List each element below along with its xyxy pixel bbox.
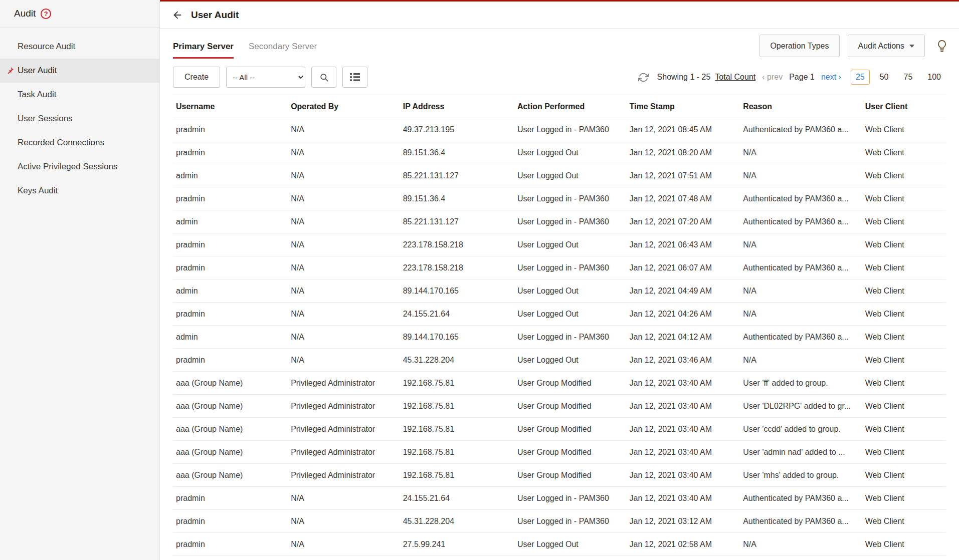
- table-row[interactable]: pradminN/A45.31.228.204User Logged OutJa…: [173, 349, 946, 372]
- table-row[interactable]: adminN/A85.221.131.127User Logged in - P…: [173, 210, 946, 233]
- column-header-action-performed[interactable]: Action Performed: [512, 95, 625, 118]
- table-cell: Jan 12, 2021 04:26 AM: [624, 303, 738, 326]
- table-cell: N/A: [738, 533, 860, 556]
- table-cell: Jan 12, 2021 04:12 AM: [624, 326, 738, 349]
- sidebar-title: Audit: [14, 8, 36, 19]
- page-size-50[interactable]: 50: [875, 70, 894, 85]
- sidebar-item-keys-audit[interactable]: Keys Audit: [0, 179, 159, 203]
- table-row[interactable]: aaa (Group Name)Privileged Administrator…: [173, 464, 946, 487]
- sidebar-item-resource-audit[interactable]: Resource Audit: [0, 35, 159, 59]
- table-cell: admin: [173, 210, 286, 233]
- sidebar-item-user-audit[interactable]: User Audit: [0, 59, 159, 83]
- table-row[interactable]: pradminN/A49.37.213.195User Logged in - …: [173, 118, 946, 141]
- table-row[interactable]: adminN/A89.144.170.165User Logged in - P…: [173, 326, 946, 349]
- create-button[interactable]: Create: [173, 67, 220, 88]
- table-row[interactable]: aaa (Group Name)Privileged Administrator…: [173, 418, 946, 441]
- table-row[interactable]: pradminN/A89.151.36.4User Logged OutJan …: [173, 141, 946, 164]
- table-row[interactable]: pradminN/A45.31.228.204User Logged in - …: [173, 510, 946, 533]
- table-cell: 192.168.75.81: [398, 464, 512, 487]
- page-indicator: Page 1: [789, 73, 815, 82]
- table-cell: N/A: [286, 187, 398, 210]
- table-row[interactable]: aaa (Group Name)Privileged Administrator…: [173, 372, 946, 395]
- table-row[interactable]: adminN/A89.144.170.165User Logged OutJan…: [173, 279, 946, 303]
- table-cell: Web Client: [860, 210, 946, 233]
- column-header-username[interactable]: Username: [173, 95, 286, 118]
- refresh-icon[interactable]: [638, 72, 649, 83]
- table-cell: 89.144.170.165: [398, 279, 512, 303]
- operation-types-button[interactable]: Operation Types: [759, 35, 839, 57]
- table-row[interactable]: adminN/A85.221.131.127User Logged OutJan…: [173, 164, 946, 187]
- sidebar-item-label: User Sessions: [18, 114, 73, 124]
- table-cell: Authenticated by PAM360 a...: [738, 187, 860, 210]
- column-header-time-stamp[interactable]: Time Stamp: [624, 95, 738, 118]
- prev-button[interactable]: ‹ prev: [762, 73, 783, 82]
- table-wrap: UsernameOperated ByIP AddressAction Perf…: [173, 95, 946, 560]
- sidebar-item-recorded-connections[interactable]: Recorded Connections: [0, 131, 159, 155]
- table-cell: Jan 12, 2021 07:51 AM: [624, 164, 738, 187]
- sidebar-item-user-sessions[interactable]: User Sessions: [0, 107, 159, 131]
- app-root: Audit ? Resource AuditUser AuditTask Aud…: [0, 0, 959, 560]
- lightbulb-icon[interactable]: [936, 40, 948, 53]
- table-cell: aaa (Group Name): [173, 395, 286, 418]
- page-size-100[interactable]: 100: [922, 70, 946, 85]
- table-cell: Web Client: [860, 418, 946, 441]
- table-row[interactable]: pradminN/A27.5.99.241User Logged OutJan …: [173, 533, 946, 556]
- tab-primary-server[interactable]: Primary Server: [173, 42, 234, 59]
- sidebar-item-label: Keys Audit: [18, 186, 58, 196]
- column-header-user-client[interactable]: User Client: [860, 95, 946, 118]
- table-cell: User Logged in - PAM360: [512, 326, 625, 349]
- table-cell: N/A: [738, 303, 860, 326]
- sidebar-item-task-audit[interactable]: Task Audit: [0, 83, 159, 107]
- table-cell: User Group Modified: [512, 464, 625, 487]
- table-cell: User Logged Out: [512, 233, 625, 256]
- column-header-operated-by[interactable]: Operated By: [286, 95, 398, 118]
- table-row[interactable]: aaa (Group Name)Privileged Administrator…: [173, 395, 946, 418]
- table-cell: N/A: [738, 349, 860, 372]
- column-header-ip-address[interactable]: IP Address: [398, 95, 512, 118]
- table-cell: User 'admin nad' added to ...: [738, 441, 860, 464]
- table-cell: Jan 12, 2021 06:07 AM: [624, 256, 738, 279]
- audit-actions-button[interactable]: Audit Actions: [848, 35, 925, 57]
- table-cell: pradmin: [173, 533, 286, 556]
- table-row[interactable]: aaa (Group Name)Privileged Administrator…: [173, 441, 946, 464]
- table-row[interactable]: pradminN/A223.178.158.218User Logged Out…: [173, 233, 946, 256]
- page-size-25[interactable]: 25: [851, 70, 870, 85]
- audit-table: UsernameOperated ByIP AddressAction Perf…: [173, 95, 946, 556]
- table-cell: User Logged Out: [512, 303, 625, 326]
- table-cell: User 'ccdd' added to group.: [738, 418, 860, 441]
- table-row[interactable]: pradminN/A89.151.36.4User Logged in - PA…: [173, 187, 946, 210]
- sidebar-item-active-privileged-sessions[interactable]: Active Privileged Sessions: [0, 155, 159, 179]
- column-chooser-button[interactable]: [342, 67, 367, 88]
- table-cell: User Group Modified: [512, 418, 625, 441]
- table-cell: 27.5.99.241: [398, 533, 512, 556]
- total-count-link[interactable]: Total Count: [715, 73, 755, 82]
- sidebar-nav: Resource AuditUser AuditTask AuditUser S…: [0, 28, 159, 203]
- table-cell: Web Client: [860, 233, 946, 256]
- page-size-75[interactable]: 75: [899, 70, 918, 85]
- table-cell: User Group Modified: [512, 441, 625, 464]
- table-row[interactable]: pradminN/A24.155.21.64User Logged in - P…: [173, 487, 946, 510]
- table-cell: aaa (Group Name): [173, 464, 286, 487]
- table-row[interactable]: pradminN/A24.155.21.64User Logged OutJan…: [173, 303, 946, 326]
- chevron-right-icon: ›: [839, 73, 841, 81]
- tab-secondary-server[interactable]: Secondary Server: [249, 42, 317, 59]
- filter-select[interactable]: -- All --: [226, 67, 305, 88]
- table-cell: Web Client: [860, 395, 946, 418]
- table-cell: User Logged Out: [512, 164, 625, 187]
- search-button[interactable]: [311, 67, 336, 88]
- table-cell: Web Client: [860, 441, 946, 464]
- back-arrow-icon[interactable]: [172, 10, 183, 21]
- next-button[interactable]: next ›: [821, 73, 841, 82]
- sidebar-item-label: Task Audit: [18, 90, 57, 100]
- pin-icon: [6, 67, 14, 75]
- table-cell: N/A: [286, 210, 398, 233]
- table-row[interactable]: pradminN/A223.178.158.218User Logged in …: [173, 256, 946, 279]
- table-cell: User Logged Out: [512, 533, 625, 556]
- table-cell: 89.151.36.4: [398, 187, 512, 210]
- chevron-left-icon: ‹: [762, 73, 764, 81]
- help-icon[interactable]: ?: [41, 9, 51, 19]
- column-header-reason[interactable]: Reason: [738, 95, 860, 118]
- table-cell: 49.37.213.195: [398, 118, 512, 141]
- main-area: User Audit Primary ServerSecondary Serve…: [160, 0, 959, 560]
- sidebar-item-label: Active Privileged Sessions: [18, 162, 117, 172]
